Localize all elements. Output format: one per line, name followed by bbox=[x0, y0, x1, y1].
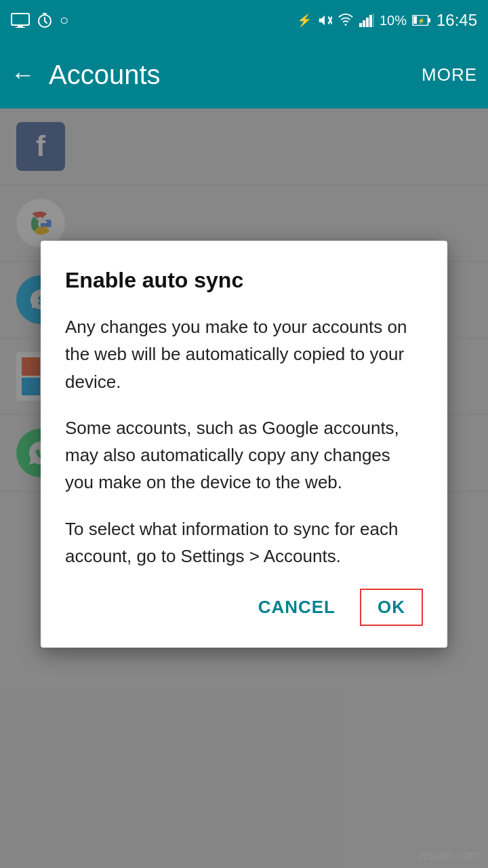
more-button[interactable]: MORE bbox=[422, 64, 477, 85]
status-icons-left: ○ bbox=[11, 12, 68, 29]
dialog-actions: CANCEL OK bbox=[65, 589, 423, 626]
svg-rect-1 bbox=[18, 25, 23, 27]
back-button[interactable]: ← bbox=[11, 60, 35, 89]
wifi-icon bbox=[338, 13, 354, 28]
svg-rect-9 bbox=[363, 20, 365, 27]
background-content: f bbox=[0, 108, 488, 868]
svg-point-7 bbox=[345, 24, 347, 26]
svg-rect-14 bbox=[413, 16, 417, 24]
svg-rect-15 bbox=[428, 18, 430, 22]
dialog-title: Enable auto sync bbox=[65, 268, 423, 293]
ok-button[interactable]: OK bbox=[360, 589, 423, 626]
svg-rect-0 bbox=[12, 14, 29, 25]
svg-rect-10 bbox=[366, 18, 369, 27]
status-bar: ○ ⚡ 10% ⚡ bbox=[0, 0, 488, 41]
svg-rect-11 bbox=[369, 15, 372, 27]
timer-icon bbox=[37, 12, 53, 28]
sound-mute-icon bbox=[317, 13, 332, 28]
signal-icon bbox=[359, 14, 374, 27]
battery-percent: 10% bbox=[380, 13, 407, 28]
svg-rect-8 bbox=[359, 23, 362, 27]
dialog-paragraph-2: Some accounts, such as Google accounts, … bbox=[65, 414, 423, 496]
page-title: Accounts bbox=[49, 60, 422, 90]
svg-rect-2 bbox=[16, 27, 25, 28]
cancel-button[interactable]: CANCEL bbox=[247, 590, 346, 625]
status-icons-right: ⚡ 10% ⚡ 16: bbox=[297, 11, 477, 30]
app-bar: ← Accounts MORE bbox=[0, 41, 488, 108]
screen-icon bbox=[11, 13, 30, 28]
o-icon: ○ bbox=[60, 12, 68, 29]
battery-icon: ⚡ bbox=[412, 15, 431, 26]
enable-autosync-dialog: Enable auto sync Any changes you make to… bbox=[41, 241, 447, 648]
bluetooth-mute-icon: ⚡ bbox=[297, 13, 312, 28]
svg-rect-12 bbox=[373, 14, 374, 27]
svg-rect-4 bbox=[43, 13, 47, 14]
svg-text:⚡: ⚡ bbox=[418, 17, 426, 25]
dialog-paragraph-1: Any changes you make to your accounts on… bbox=[65, 313, 423, 395]
status-time: 16:45 bbox=[436, 11, 477, 30]
dialog-paragraph-3: To select what information to sync for e… bbox=[65, 515, 423, 570]
